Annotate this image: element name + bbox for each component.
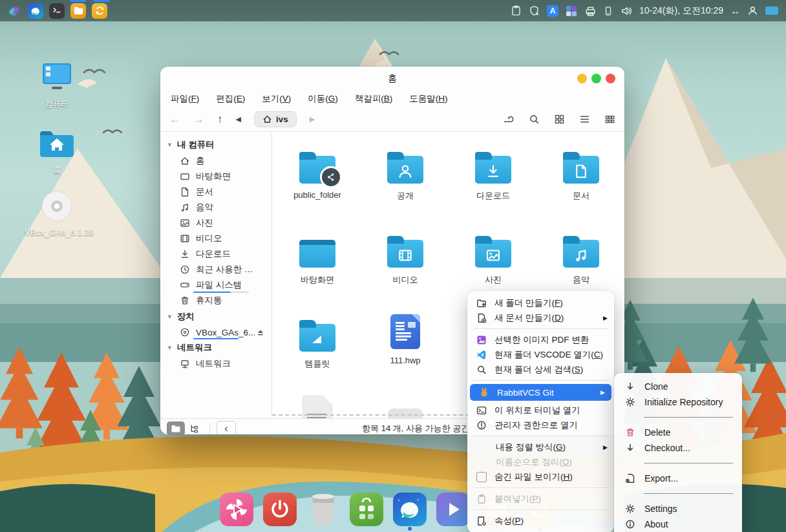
close-button[interactable] [606,74,615,83]
sidebar-item-pictures[interactable]: 사진 [160,215,271,231]
dock-item-power[interactable] [263,493,297,526]
window-titlebar[interactable]: 홈 [160,67,624,90]
sidebar-item-filesystem[interactable]: 파일 시스템 [160,277,271,293]
submenu-item-about[interactable]: About [614,516,742,532]
panel-software-update[interactable] [92,3,107,19]
documents-folder-icon [563,156,599,184]
sidebar-item-documents[interactable]: 문서 [160,184,271,200]
panel-files[interactable] [70,3,86,19]
file-item-documents[interactable]: 문서 [544,146,619,202]
sidebar-section-my-computer[interactable]: ▼내 컴퓨터 [160,136,271,153]
sidebar-section-network[interactable]: ▼네트워크 [160,339,271,356]
menu-edit[interactable]: 편집(E) [216,93,245,105]
desktop-icon-home[interactable]: 홈 [25,123,89,176]
compact-view-button[interactable] [604,114,615,125]
menu-bookmarks[interactable]: 책갈피(B) [355,93,393,105]
sidebar-item-vbox-disc[interactable]: VBox_GAs_6... [160,325,271,339]
menu-item-arrange-items[interactable]: 내용 정렬 방식(G)▶ [467,440,614,454]
panel-hamonikr-menu[interactable] [6,3,22,19]
volume-icon[interactable] [621,5,632,17]
menu-go[interactable]: 이동(G) [308,93,338,105]
sidebar-item-home[interactable]: 홈 [160,153,271,169]
submenu-item-export[interactable]: Export... [614,471,742,486]
menu-item-detail-search[interactable]: 현재 폴더 상세 검색(S) [467,362,614,377]
eject-icon[interactable] [256,328,265,337]
file-item-templates[interactable]: 템플릿 [280,314,355,370]
workspaces-icon[interactable] [566,5,577,17]
sidebar-section-devices[interactable]: ▼장치 [160,308,271,325]
sidebar-item-videos[interactable]: 비디오 [160,231,271,246]
dock-item-trash[interactable] [306,493,340,526]
file-item-public[interactable]: 공개 [368,146,443,202]
back-button[interactable]: ← [169,114,180,125]
list-view-button[interactable] [579,114,590,125]
file-item-videos[interactable]: 비디오 [368,230,443,286]
menu-item-open-vscode[interactable]: 현재 폴더 VSCODE 열기(C) [467,347,614,362]
clipboard-tray-icon[interactable] [511,5,522,16]
panel-whale-browser[interactable] [28,3,43,19]
menu-help[interactable]: 도움말(H) [409,93,447,105]
file-item-desktop[interactable]: 바탕화면 [280,230,355,286]
menu-item-open-terminal[interactable]: 이 위치로 터미널 열기 [467,403,614,418]
maximize-button[interactable] [591,74,601,83]
menu-file[interactable]: 파일(F) [171,93,199,105]
menu-item-new-document[interactable]: 새 문서 만들기(D)▶ [467,310,614,325]
dock-item-media-player[interactable] [220,493,253,526]
menu-item-rabbitvcs-git[interactable]: RabbitVCS Git▶ [470,384,611,401]
user-icon[interactable] [747,5,758,16]
sidebar-item-recent[interactable]: 최근 사용한 … [160,262,271,277]
menu-item-image-to-pdf[interactable]: 선택한 이미지 PDF 변환 [467,332,614,347]
sidebar-item-trash[interactable]: 휴지통 [160,293,271,308]
menu-item-label: 새 문서 만들기(D) [494,312,564,324]
phone-icon[interactable] [603,6,613,16]
submenu-item-initialize-repository[interactable]: Initialize Repository [614,394,742,410]
menu-view[interactable]: 보기(V) [262,93,291,105]
dock-item-app-store[interactable] [350,493,383,526]
menu-item-new-folder[interactable]: 새 폴더 만들기(F) [467,295,614,310]
file-item-music[interactable]: 음악 [544,230,619,286]
input-method-indicator[interactable]: A [547,5,558,17]
toggle-location-icon[interactable] [504,114,515,125]
icon-view-button[interactable] [554,114,565,125]
up-button[interactable]: ↑ [217,114,223,125]
sidebar-item-downloads[interactable]: 다운로드 [160,246,271,262]
checkbox[interactable] [476,472,487,482]
dock-item-video-player[interactable] [436,493,470,526]
sidebar-item-music[interactable]: 음악 [160,200,271,215]
sidebar-item-desktop[interactable]: 바탕화면 [160,169,271,184]
breadcrumb-right-chevron[interactable]: ▶ [310,116,315,123]
search-icon[interactable] [529,114,540,125]
panel-clock[interactable]: 10-24(화), 오전10:29 [639,5,723,17]
drive-icon [180,280,190,290]
menu-item-show-hidden-files[interactable]: 숨긴 파일 보이기(H) [467,469,614,484]
menu-item-open-as-admin[interactable]: 관리자 권한으로 열기 [467,418,614,432]
submenu-item-checkout[interactable]: Checkout... [614,440,742,456]
submenu-item-delete[interactable]: Delete [614,425,742,440]
menu-item-properties[interactable]: 속성(P) [467,513,614,528]
file-item-hwp-document[interactable]: 111.hwp [368,312,443,365]
desktop-icon-vbox-disc[interactable]: VBox_GAs_6.1.38 [25,186,89,237]
desktop-icon-computer[interactable]: 컴퓨터 [25,57,89,110]
top-panel: A 10-24(화), 오전10:29 ↔ [0,0,786,21]
forward-button[interactable]: → [193,114,204,125]
sidebar-item-network[interactable]: 네트워크 [160,356,271,372]
file-item-public-folder[interactable]: public_folder [280,146,355,200]
panel-terminal[interactable] [49,3,65,19]
submenu-item-label: Initialize Repository [644,397,723,407]
menu-item-label: 현재 폴더 상세 검색(S) [494,364,583,376]
disk-usage-bar [193,338,239,339]
printer-icon[interactable] [584,5,596,17]
file-item-pictures[interactable]: 사진 [456,230,531,286]
toolbar: ← → ↑ ◀ ivs ▶ [160,107,624,132]
minimize-button[interactable] [577,74,587,83]
sync-arrows-icon [94,5,105,16]
file-item-downloads[interactable]: 다운로드 [456,146,531,202]
security-shield-icon[interactable] [529,5,540,16]
dock-item-whale-browser[interactable] [393,493,427,526]
network-arrows-icon[interactable]: ↔ [730,5,740,16]
breadcrumb-left-chevron[interactable]: ◀ [236,116,241,123]
submenu-item-clone[interactable]: Clone [614,379,742,394]
show-desktop-button[interactable] [765,6,778,15]
submenu-item-settings[interactable]: Settings [614,501,742,516]
breadcrumb[interactable]: ivs [254,111,297,127]
